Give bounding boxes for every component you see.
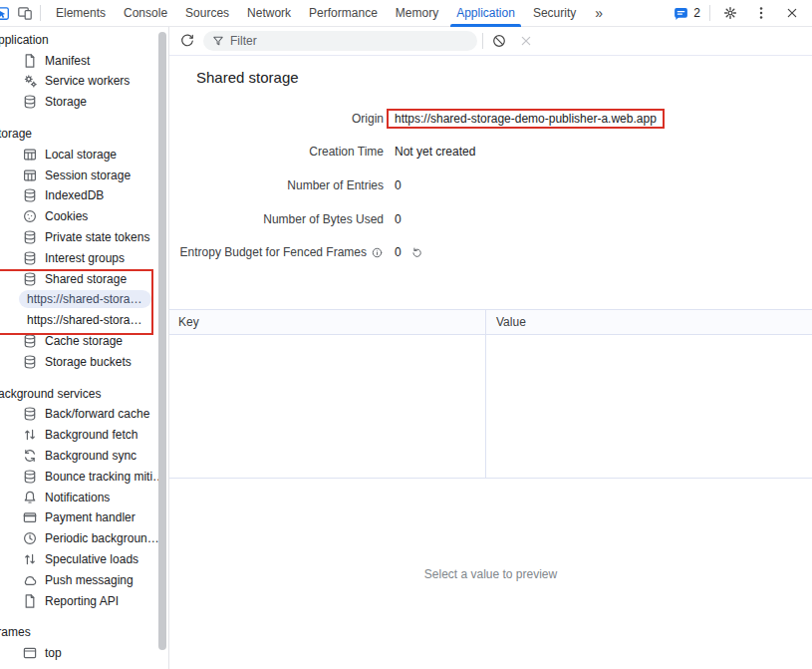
datagrid-body[interactable] (169, 335, 812, 479)
sidebar-item-interest-groups[interactable]: Interest groups (0, 247, 168, 268)
inspect-element-icon[interactable] (0, 5, 10, 22)
sidebar-item-indexeddb[interactable]: IndexedDB (0, 185, 168, 206)
sidebar-item-private-state-tokens[interactable]: Private state tokens (0, 227, 168, 248)
column-header-value[interactable]: Value (485, 310, 812, 334)
info-icon[interactable] (371, 246, 384, 259)
sidebar-item-label: Storage (45, 95, 87, 109)
column-header-key[interactable]: Key (169, 315, 485, 329)
sidebar-item-service-workers[interactable]: Service workers (0, 71, 168, 92)
sidebar-item-label: Bounce tracking miti… (45, 470, 164, 484)
sidebar-item-label: Service workers (45, 74, 130, 88)
field-value-text: Not yet created (395, 145, 475, 159)
clear-icon[interactable] (515, 30, 537, 52)
devtools-window: ElementsConsoleSourcesNetworkPerformance… (0, 0, 812, 669)
database-icon (22, 469, 38, 485)
sidebar-item-periodic-backgroun[interactable]: Periodic backgroun… (0, 528, 168, 549)
sidebar-item-session-storage[interactable]: Session storage (0, 165, 168, 185)
more-tabs-button[interactable]: » (585, 5, 613, 21)
field-value-text: 0 (395, 212, 402, 226)
field-label-text: Creation Time (309, 145, 384, 159)
sync-icon (22, 448, 38, 464)
tab-memory[interactable]: Memory (387, 0, 447, 27)
shared-storage-report: Shared storage Originhttps://shared-stor… (169, 56, 812, 309)
settings-gear-icon[interactable] (719, 2, 741, 24)
tab-network[interactable]: Network (238, 0, 300, 27)
sidebar-item-label: Periodic backgroun… (45, 531, 159, 545)
sidebar-item-cookies[interactable]: Cookies (0, 206, 168, 227)
shared-storage-panel: Shared storage Originhttps://shared-stor… (169, 27, 812, 669)
tab-security[interactable]: Security (524, 0, 585, 27)
issues-count: 2 (693, 6, 700, 20)
sidebar-item-background-fetch[interactable]: Background fetch (0, 425, 168, 446)
database-icon (22, 406, 38, 422)
sidebar-item-shared-storage-origin-2[interactable]: https://shared-storage… (0, 310, 168, 331)
table-icon (22, 147, 38, 163)
sidebar-item-back-forward-cache[interactable]: Back/forward cache (0, 404, 168, 425)
tab-elements[interactable]: Elements (47, 0, 115, 27)
tab-application[interactable]: Application (447, 0, 524, 27)
sidebar-item-label: Local storage (45, 148, 117, 162)
sidebar-item-manifest[interactable]: Manifest (0, 50, 168, 71)
sidebar-item-local-storage[interactable]: Local storage (0, 144, 168, 165)
sidebar-item-label: Reporting API (45, 594, 119, 608)
close-devtools-icon[interactable] (781, 2, 803, 24)
block-icon[interactable] (488, 30, 510, 52)
filter-input[interactable] (230, 34, 469, 48)
sidebar-item-label: Cookies (45, 209, 88, 223)
sidebar-item-label: Back/forward cache (45, 407, 149, 421)
field-value-creation-time: Not yet created (395, 145, 812, 159)
tabbar-separator (709, 5, 710, 21)
database-icon (22, 250, 38, 266)
sidebar-item-label: top (45, 646, 62, 660)
toolbar-separator (482, 33, 483, 49)
tabbar-separator (40, 5, 41, 21)
device-toolbar-icon[interactable] (17, 5, 33, 21)
tab-sources[interactable]: Sources (176, 0, 238, 27)
sidebar-item-label: Notifications (45, 491, 110, 504)
table-icon (22, 167, 38, 183)
sidebar-item-notifications[interactable]: Notifications (0, 487, 168, 507)
card-icon (22, 509, 38, 525)
sidebar-item-shared-storage-origin-1[interactable]: https://shared-storage… (0, 289, 168, 310)
sidebar-item-shared-storage[interactable]: Shared storage (0, 268, 168, 289)
preview-empty-text: Select a value to preview (424, 567, 557, 581)
tab-console[interactable]: Console (115, 0, 176, 27)
database-icon (22, 94, 38, 110)
section-header-background-services: Background services (0, 383, 168, 404)
sidebar-item-reporting-api[interactable]: Reporting API (0, 590, 168, 611)
sidebar-item-label: Storage buckets (45, 355, 132, 369)
sidebar-item-top[interactable]: top (0, 643, 168, 664)
sidebar-item-push-messaging[interactable]: Push messaging (0, 569, 168, 590)
kebab-menu-icon[interactable] (750, 2, 772, 24)
field-label-text: Number of Bytes Used (263, 212, 384, 226)
sidebar-tree: ApplicationManifestService workersStorag… (0, 27, 168, 664)
sidebar-item-background-sync[interactable]: Background sync (0, 446, 168, 467)
application-sidebar: ApplicationManifestService workersStorag… (0, 27, 169, 669)
refresh-icon[interactable] (176, 30, 198, 52)
sidebar-item-storage-buckets[interactable]: Storage buckets (0, 351, 168, 372)
field-label-origin: Origin (169, 112, 384, 126)
sidebar-item-label: IndexedDB (45, 188, 104, 202)
bell-icon (22, 490, 38, 505)
sidebar-item-storage[interactable]: Storage (0, 92, 168, 113)
tabbar-leading-icons (0, 5, 45, 22)
sidebar-item-speculative-loads[interactable]: Speculative loads (0, 549, 168, 570)
field-label-text: Origin (352, 112, 384, 126)
database-icon (22, 187, 38, 203)
tab-performance[interactable]: Performance (300, 0, 387, 27)
sidebar-item-label: Speculative loads (45, 552, 138, 566)
section-header-application: Application (0, 30, 168, 51)
sidebar-item-payment-handler[interactable]: Payment handler (0, 507, 168, 528)
sidebar-item-label: Cache storage (45, 334, 123, 348)
document-icon (22, 593, 38, 609)
sidebar-item-cache-storage[interactable]: Cache storage (0, 331, 168, 352)
tabbar-trailing-icons: 2 (674, 2, 812, 24)
sidebar-item-bounce-tracking-miti[interactable]: Bounce tracking miti… (0, 466, 168, 487)
field-value-text: 0 (395, 245, 402, 259)
sidebar-item-label: Payment handler (45, 510, 135, 524)
metadata-fields: Originhttps://shared-storage-demo-publis… (169, 102, 812, 269)
sidebar-scrollbar[interactable] (158, 32, 166, 650)
reset-budget-icon[interactable] (410, 246, 423, 259)
issues-button[interactable]: 2 (674, 6, 700, 21)
field-value-number-of-entries: 0 (395, 178, 812, 192)
